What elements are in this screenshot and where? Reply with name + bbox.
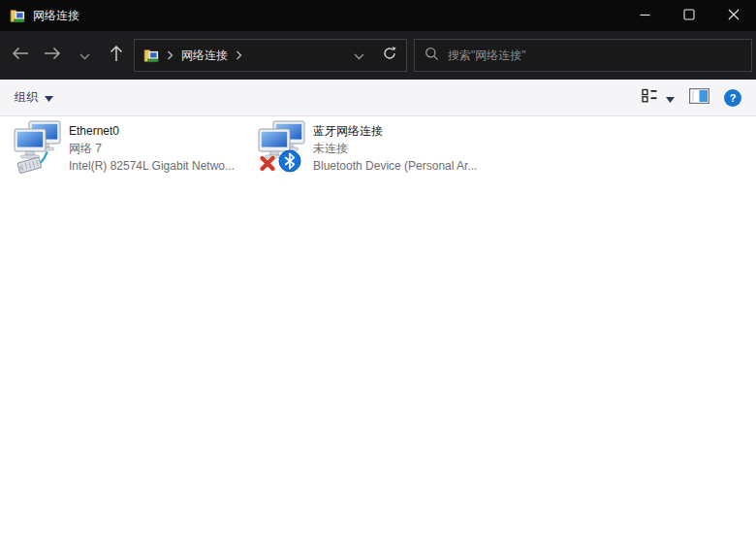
titlebar: 网络连接	[0, 0, 756, 31]
breadcrumb-location[interactable]: 网络连接	[181, 48, 228, 64]
ethernet-connection-icon	[14, 120, 62, 175]
connection-name: Ethernet0	[69, 122, 235, 140]
list-view-icon	[642, 88, 658, 107]
dropdown-triangle-icon	[45, 91, 53, 105]
connection-item-bluetooth[interactable]: 蓝牙网络连接 未连接 Bluetooth Device (Personal Ar…	[258, 120, 502, 175]
connection-status: 未连接	[313, 140, 477, 157]
chevron-down-icon	[79, 47, 90, 64]
connection-name: 蓝牙网络连接	[313, 122, 477, 140]
breadcrumb-chevron-icon[interactable]	[236, 47, 242, 64]
search-box[interactable]	[414, 39, 752, 72]
address-dropdown-button[interactable]	[354, 47, 364, 64]
forward-button[interactable]	[38, 41, 67, 70]
connection-item-ethernet0[interactable]: Ethernet0 网络 7 Intel(R) 82574L Gigabit N…	[14, 120, 258, 175]
connection-device: Intel(R) 82574L Gigabit Netwo...	[69, 157, 235, 175]
back-button[interactable]	[6, 41, 35, 70]
up-button[interactable]	[102, 41, 131, 70]
bluetooth-connection-icon	[258, 120, 306, 175]
minimize-button[interactable]	[622, 0, 667, 31]
close-icon	[728, 7, 740, 24]
search-icon	[425, 47, 439, 65]
organize-button[interactable]: 组织	[15, 89, 53, 106]
forward-arrow-icon	[44, 47, 61, 64]
minimize-icon	[640, 7, 650, 24]
help-button[interactable]: ?	[724, 89, 741, 107]
connections-list: Ethernet0 网络 7 Intel(R) 82574L Gigabit N…	[0, 116, 756, 550]
help-question-label: ?	[730, 92, 737, 104]
search-input[interactable]	[448, 49, 741, 62]
connection-device: Bluetooth Device (Personal Ar...	[313, 157, 477, 175]
command-bar: 组织	[0, 80, 756, 116]
address-bar[interactable]: 网络连接	[134, 39, 407, 72]
preview-pane-button[interactable]	[689, 88, 709, 108]
refresh-button[interactable]	[382, 46, 397, 65]
maximize-button[interactable]	[667, 0, 711, 31]
address-folder-icon	[143, 48, 159, 63]
disconnected-x-icon	[263, 158, 273, 169]
bluetooth-badge-icon	[279, 150, 300, 172]
network-connections-folder-icon	[10, 8, 25, 23]
command-bar-right: ?	[642, 88, 741, 108]
view-dropdown-triangle-icon	[666, 89, 675, 107]
connection-details: Ethernet0 网络 7 Intel(R) 82574L Gigabit N…	[69, 120, 235, 175]
close-button[interactable]	[711, 0, 756, 31]
back-arrow-icon	[12, 47, 29, 64]
organize-label: 组织	[15, 89, 38, 106]
maximize-icon	[683, 7, 695, 24]
breadcrumb-chevron-icon[interactable]	[167, 47, 173, 64]
connection-status: 网络 7	[69, 140, 235, 157]
window-title: 网络连接	[33, 8, 79, 24]
change-view-button[interactable]	[642, 88, 675, 107]
preview-pane-icon	[689, 90, 709, 107]
network-connections-window: 网络连接	[0, 0, 756, 550]
up-arrow-icon	[110, 45, 123, 66]
recent-locations-button[interactable]	[70, 41, 99, 70]
navigation-bar: 网络连接	[0, 31, 756, 80]
connection-details: 蓝牙网络连接 未连接 Bluetooth Device (Personal Ar…	[313, 120, 477, 175]
